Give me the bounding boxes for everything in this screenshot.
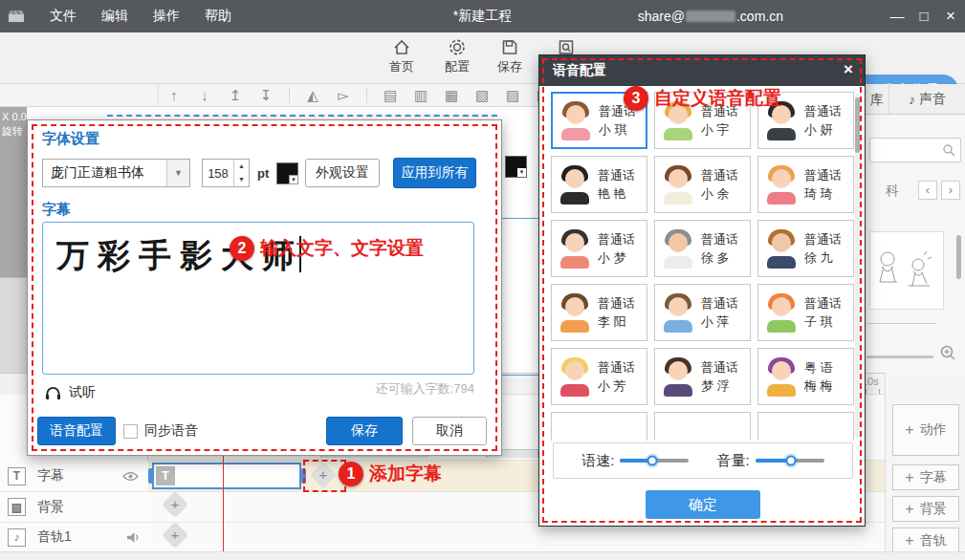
chars-remaining: 还可输入字数:794	[376, 380, 474, 398]
voice-option-partial[interactable]	[654, 412, 751, 441]
voice-language: 普通话	[804, 230, 842, 248]
headphone-icon	[45, 386, 61, 400]
volume-slider[interactable]	[756, 459, 824, 463]
voice-option[interactable]: 普通话小 芳	[551, 348, 647, 405]
config-button[interactable]: 配置	[432, 38, 482, 75]
toolbar-separator	[366, 88, 367, 103]
font-section-title: 字体设置	[42, 130, 99, 148]
save-button[interactable]: 保存	[485, 38, 535, 75]
speaker-icon[interactable]	[126, 531, 141, 544]
spin-up-icon[interactable]: ▲	[234, 160, 249, 173]
voice-option[interactable]: 普通话李 阳	[551, 284, 647, 341]
voice-dialog-close-icon[interactable]: ×	[844, 60, 853, 79]
voice-option[interactable]: 普通话徐 多	[654, 220, 751, 277]
eye-icon[interactable]	[122, 471, 139, 482]
sync-voice-option[interactable]: 同步语音	[123, 422, 198, 440]
move-up-icon[interactable]: ↑	[162, 87, 186, 103]
canvas-color-swatch[interactable]: ▼	[505, 156, 527, 178]
add-audio-track-button[interactable]: + 音轨	[892, 528, 959, 553]
voice-name: 李 阳	[598, 312, 635, 331]
move-bottom-icon[interactable]: ↧	[253, 87, 278, 104]
plus-icon: +	[165, 526, 185, 545]
voice-option[interactable]: 普通话梦 浮	[654, 348, 751, 405]
voice-option[interactable]: 普通话小 宇	[654, 92, 751, 149]
voice-option[interactable]: 普通话小 萍	[654, 284, 751, 341]
font-size-value: 158	[203, 160, 233, 186]
zoom-in-icon[interactable]	[939, 344, 957, 362]
home-button[interactable]: 首页	[377, 38, 427, 75]
align-right-icon[interactable]: ▦	[439, 87, 464, 104]
tab-library[interactable]: 库	[865, 84, 889, 114]
voice-language: 普通话	[598, 230, 635, 248]
plus-icon: +	[165, 495, 185, 514]
voice-avatar	[662, 99, 694, 141]
flip-vertical-icon[interactable]: ▻	[331, 87, 356, 104]
voice-grid-scrollbar[interactable]	[855, 94, 860, 438]
voice-language: 普通话	[701, 230, 738, 248]
menu-file[interactable]: 文件	[50, 8, 77, 25]
voice-config-button[interactable]: 语音配置	[37, 417, 116, 445]
prev-page-button[interactable]: ‹	[918, 181, 937, 200]
align-center-h-icon[interactable]: ▥	[408, 87, 433, 104]
volume-slider-thumb[interactable]	[786, 456, 797, 466]
apply-to-all-button[interactable]: 应用到所有	[393, 158, 476, 188]
move-down-icon[interactable]: ↓	[192, 87, 217, 103]
tab-sound[interactable]: ♪ 声音	[889, 84, 965, 114]
voice-config-dialog: 语音配置 × 普通话小 琪 普通话小 宇 普通话小 妍 普通话艳 艳 普通话小 …	[538, 54, 866, 527]
voice-name: 子 琪	[804, 312, 842, 331]
voice-option[interactable]: 普通话小 余	[654, 156, 751, 213]
menu-operate[interactable]: 操作	[153, 8, 180, 25]
search-input[interactable]	[869, 138, 961, 162]
voice-option-partial[interactable]	[757, 412, 854, 441]
font-size-spinner[interactable]: 158 ▲ ▼	[202, 159, 250, 187]
font-color-swatch[interactable]: ▼	[276, 162, 298, 184]
maximize-button[interactable]: □	[911, 0, 936, 32]
voice-option[interactable]: 普通话徐 九	[757, 220, 854, 277]
voice-option[interactable]: 普通话小 梦	[551, 220, 647, 277]
font-family-select[interactable]: 庞门正道粗书体 ▼	[42, 159, 190, 187]
dialog-cancel-button[interactable]: 取消	[412, 417, 487, 445]
zoom-slider[interactable]	[866, 355, 933, 358]
add-action-track-button[interactable]: + 动作	[892, 404, 959, 456]
dialog-save-button[interactable]: 保存	[326, 417, 403, 445]
sync-voice-checkbox[interactable]	[123, 424, 138, 439]
close-button[interactable]: ×	[938, 0, 963, 32]
speed-slider-thumb[interactable]	[647, 456, 657, 466]
align-top-icon[interactable]: ▧	[470, 87, 494, 104]
voice-option[interactable]: 普通话艳 艳	[551, 156, 647, 213]
subtitle-clip[interactable]: T	[152, 463, 301, 489]
track-label-audio[interactable]: ♪ 音轨1	[0, 523, 148, 552]
align-left-icon[interactable]: ▤	[378, 87, 403, 104]
voice-option[interactable]: 普通话子 琪	[757, 284, 854, 341]
add-background-clip-button[interactable]: +	[162, 491, 188, 518]
subtitle-text-area[interactable]: 万彩手影大师	[42, 222, 474, 375]
voice-language: 普通话	[598, 294, 635, 312]
voice-dialog-title: 语音配置	[553, 62, 606, 79]
voice-option[interactable]: 普通话琦 琦	[757, 156, 854, 213]
align-middle-v-icon[interactable]: ▨	[500, 87, 525, 104]
track-label-background[interactable]: ▨ 背景	[0, 492, 148, 523]
speed-slider[interactable]	[620, 459, 689, 463]
voice-option[interactable]: 粤 语梅 梅	[757, 348, 854, 405]
appearance-settings-button[interactable]: 外观设置	[305, 159, 380, 187]
spin-down-icon[interactable]: ▼	[234, 173, 249, 186]
speed-label: 语速:	[581, 452, 614, 470]
listen-button[interactable]: 试听	[45, 384, 96, 401]
library-panel: 库 ♪ 声音 科 ‹ ›	[864, 84, 965, 373]
flip-horizontal-icon[interactable]: ◭	[300, 87, 325, 104]
minimize-button[interactable]: —	[885, 0, 910, 32]
menu-help[interactable]: 帮助	[205, 8, 231, 25]
add-audio-clip-button[interactable]: +	[162, 522, 188, 549]
voice-option[interactable]: 普通话小 妍	[757, 92, 854, 149]
library-thumbnail[interactable]	[869, 231, 944, 310]
menu-edit[interactable]: 编辑	[101, 8, 128, 25]
next-page-button[interactable]: ›	[941, 181, 960, 200]
panel-scrollbar[interactable]	[956, 235, 961, 279]
confirm-button[interactable]: 确定	[646, 490, 760, 519]
voice-option[interactable]: 普通话小 琪	[551, 92, 647, 149]
track-label-subtitle[interactable]: T 字幕	[0, 461, 148, 492]
add-subtitle-track-button[interactable]: + 字幕	[892, 464, 959, 490]
add-background-track-button[interactable]: + 背景	[892, 496, 959, 522]
voice-option-partial[interactable]	[551, 412, 647, 441]
move-top-icon[interactable]: ↥	[223, 87, 248, 104]
